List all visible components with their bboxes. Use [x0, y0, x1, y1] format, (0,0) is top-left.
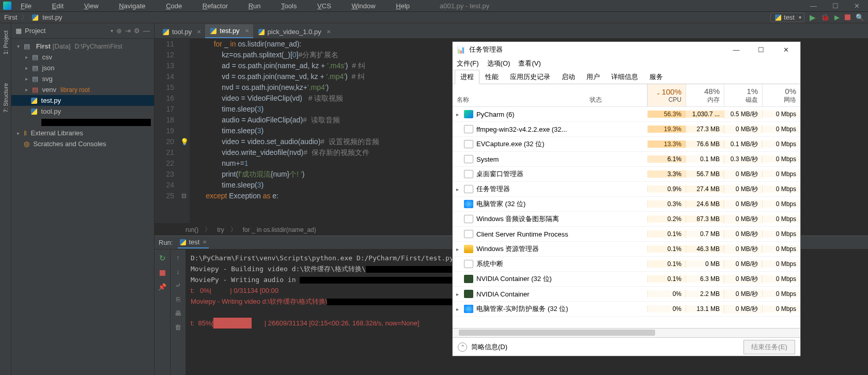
tm-tab-1[interactable]: 性能 — [479, 70, 504, 84]
col-header-status[interactable]: 状态 — [585, 84, 647, 106]
col-header-CPU[interactable]: ⌄100%CPU — [647, 84, 686, 106]
window-minimize-icon[interactable]: — — [810, 2, 817, 10]
tree-file-tool[interactable]: tool.py — [11, 106, 154, 117]
code-crumb[interactable]: for _ in os.listdir(name_ad) — [243, 226, 316, 233]
breadcrumb-root[interactable]: First — [4, 13, 17, 21]
pin-icon[interactable]: 📌 — [158, 283, 166, 291]
tree-folder-venv[interactable]: ▸▤ venvlibrary root — [11, 84, 154, 95]
horizontal-scrollbar[interactable] — [453, 328, 800, 337]
tm-tab-4[interactable]: 用户 — [581, 70, 606, 84]
scroll-from-source-icon[interactable]: ⊕ — [116, 27, 122, 35]
project-tree[interactable]: ▾▤ First [Data]D:\PyCharm\First▸▤ csv▸▤ … — [11, 39, 154, 151]
stop-button[interactable] — [845, 14, 850, 20]
up-icon[interactable]: ↑ — [176, 254, 180, 261]
tm-tab-3[interactable]: 启动 — [556, 70, 581, 84]
window-minimize-icon[interactable]: — — [726, 46, 747, 54]
editor-tab-tool.py[interactable]: tool.py✕ — [158, 25, 205, 38]
process-row[interactable]: ▸ NVIDIA Container 0% 2.2 MB 0 MB/秒 0 Mb… — [453, 287, 800, 302]
col-header-内存[interactable]: 48%内存 — [686, 84, 724, 106]
scrollbar-thumb[interactable] — [459, 330, 655, 336]
process-row[interactable]: ffmpeg-win32-v4.2.2.exe (32... 19.3% 27.… — [453, 122, 800, 137]
tree-folder-svg[interactable]: ▸▤ svg — [11, 73, 154, 84]
export-icon[interactable]: ⎘ — [176, 295, 180, 303]
wrap-icon[interactable]: ⤶ — [175, 282, 181, 289]
down-icon[interactable]: ↓ — [176, 268, 180, 275]
fold-icon[interactable]: ⊟ — [181, 191, 187, 201]
fewer-details-icon[interactable]: ⌃ — [458, 342, 467, 352]
rerun-button[interactable]: ↻ — [159, 254, 166, 263]
col-header-name[interactable]: 名称 — [453, 84, 585, 106]
expand-icon[interactable]: ▸ — [453, 246, 462, 252]
menu-refactor[interactable]: Refactor — [203, 2, 228, 10]
tree-folder-json[interactable]: ▸▤ json — [11, 62, 154, 73]
process-row[interactable]: ▸ 电脑管家-实时防护服务 (32 位) 0% 13.1 MB 0 MB/秒 0… — [453, 302, 800, 317]
process-row[interactable]: EVCapture.exe (32 位) 13.3% 76.6 MB 0.1 M… — [453, 137, 800, 152]
menu-vcs[interactable]: VCS — [317, 2, 331, 10]
process-row[interactable]: ▸ 任务管理器 0.9% 27.4 MB 0 MB/秒 0 Mbps — [453, 182, 800, 197]
process-row[interactable]: 系统中断 0.1% 0 MB 0 MB/秒 0 Mbps — [453, 257, 800, 272]
tm-menu-item[interactable]: 选项(O) — [487, 59, 510, 68]
tm-tab-2[interactable]: 应用历史记录 — [504, 70, 556, 84]
col-header-磁盘[interactable]: 1%磁盘 — [724, 84, 762, 106]
run-tab[interactable]: test ✕ — [178, 237, 209, 248]
process-row[interactable]: ▸ PyCharm (6) 56.3% 1,030.7 ... 0.5 MB/秒… — [453, 107, 800, 122]
process-row[interactable]: Client Server Runtime Process 0.1% 0.7 M… — [453, 227, 800, 242]
menu-file[interactable]: File — [21, 2, 32, 10]
editor-tab-test.py[interactable]: test.py✕ — [205, 24, 253, 38]
process-row[interactable]: 电脑管家 (32 位) 0.3% 24.6 MB 0 MB/秒 0 Mbps — [453, 197, 800, 212]
tm-menu-item[interactable]: 文件(F) — [457, 59, 479, 68]
menu-tools[interactable]: Tools — [281, 2, 297, 10]
menu-edit[interactable]: Edit — [52, 2, 64, 10]
breadcrumb-file[interactable]: test.py — [42, 13, 62, 21]
sidetab-project[interactable]: 1: Project — [3, 26, 9, 58]
print-icon[interactable]: 🖶 — [175, 309, 181, 317]
window-maximize-icon[interactable]: ☐ — [832, 2, 839, 10]
code-crumb[interactable]: run() — [185, 226, 198, 233]
expand-icon[interactable]: ▸ — [453, 112, 462, 117]
editor-tab-pick_video_1.0.py[interactable]: pick_video_1.0.py✕ — [253, 25, 335, 38]
sidetab-structure[interactable]: 7: Structure — [3, 79, 9, 117]
process-row[interactable]: System 6.1% 0.1 MB 0.3 MB/秒 0 Mbps — [453, 152, 800, 167]
tm-menu-item[interactable]: 查看(V) — [518, 59, 540, 68]
run-configuration-selector[interactable]: test — [770, 12, 804, 22]
window-maximize-icon[interactable]: ☐ — [751, 46, 771, 54]
tm-tab-6[interactable]: 服务 — [644, 70, 669, 84]
expand-icon[interactable]: ▸ — [453, 306, 462, 312]
debug-button[interactable]: 🐞 — [821, 13, 829, 21]
hide-panel-icon[interactable]: — — [143, 27, 150, 35]
menu-view[interactable]: View — [84, 2, 99, 10]
task-manager-titlebar[interactable]: 📊 任务管理器 — ☐ ✕ — [453, 42, 800, 57]
process-row[interactable]: NVIDIA Container (32 位) 0.1% 6.3 MB 0 MB… — [453, 272, 800, 287]
tree-file-test[interactable]: test.py — [11, 95, 154, 106]
tree-folder-csv[interactable]: ▸▤ csv — [11, 52, 154, 62]
task-manager-process-list[interactable]: ▸ PyCharm (6) 56.3% 1,030.7 ... 0.5 MB/秒… — [453, 107, 800, 328]
collapse-all-icon[interactable]: ⇥ — [125, 27, 131, 35]
process-row[interactable]: ▸ Windows 资源管理器 0.1% 46.3 MB 0 MB/秒 0 Mb… — [453, 242, 800, 257]
close-icon[interactable]: ✕ — [327, 29, 331, 35]
menu-run[interactable]: Run — [249, 2, 261, 10]
menu-window[interactable]: Window — [351, 2, 375, 10]
fewer-details-label[interactable]: 简略信息(D) — [471, 342, 507, 352]
trash-icon[interactable]: 🗑 — [175, 323, 181, 331]
close-icon[interactable]: ✕ — [197, 29, 201, 35]
tree-scratches[interactable]: ◎ Scratches and Consoles — [11, 138, 154, 149]
settings-gear-icon[interactable]: ⚙ — [134, 27, 140, 35]
window-close-icon[interactable]: ✕ — [854, 2, 860, 10]
search-icon[interactable]: 🔍 — [856, 13, 864, 21]
close-icon[interactable]: ✕ — [203, 239, 207, 245]
col-header-网络[interactable]: 0%网络 — [762, 84, 800, 106]
menu-navigate[interactable]: Navigate — [119, 2, 145, 10]
menu-code[interactable]: Code — [166, 2, 182, 10]
run-button[interactable]: ▶ — [810, 13, 816, 22]
tree-external-libraries[interactable]: ▸⫴ External Libraries — [11, 128, 154, 138]
code-crumb[interactable]: try — [217, 226, 224, 233]
end-task-button[interactable]: 结束任务(E) — [743, 340, 795, 354]
stop-button[interactable] — [160, 270, 165, 276]
expand-icon[interactable]: ▸ — [453, 291, 462, 297]
close-icon[interactable]: ✕ — [245, 28, 249, 34]
expand-icon[interactable]: ▸ — [453, 186, 462, 192]
project-panel-label[interactable]: Project — [25, 27, 107, 35]
intention-bulb-icon[interactable]: 💡 — [180, 136, 189, 147]
menu-help[interactable]: Help — [396, 2, 410, 10]
process-row[interactable]: 桌面窗口管理器 3.3% 56.7 MB 0 MB/秒 0 Mbps — [453, 167, 800, 182]
